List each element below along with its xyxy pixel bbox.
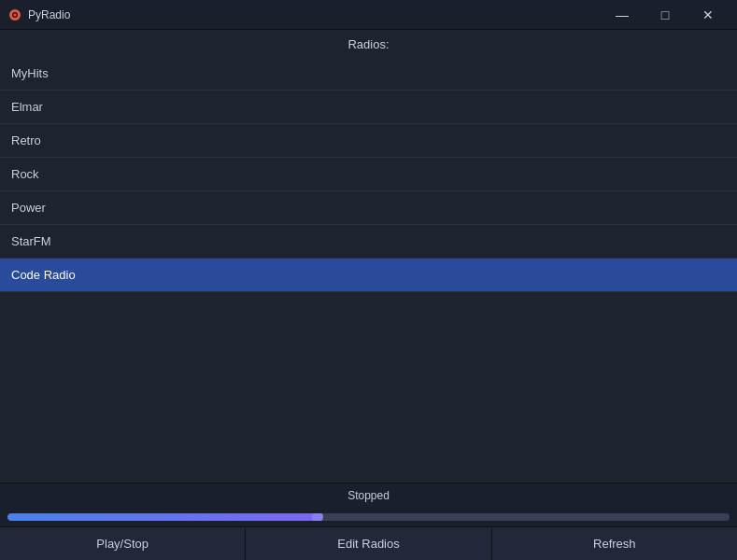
progress-bar-fill — [7, 513, 318, 521]
radio-item[interactable]: Retro — [0, 124, 737, 158]
app-icon — [7, 7, 22, 22]
svg-point-2 — [14, 13, 17, 16]
bottom-buttons: Play/Stop Edit Radios Refresh — [0, 526, 737, 560]
radio-item[interactable]: Power — [0, 191, 737, 225]
main-content: Radios: MyHitsElmarRetroRockPowerStarFMC… — [0, 30, 737, 560]
titlebar: PyRadio — □ ✕ — [0, 0, 737, 30]
radios-label: Radios: — [0, 30, 737, 57]
radio-list: MyHitsElmarRetroRockPowerStarFMCode Radi… — [0, 57, 737, 483]
refresh-button[interactable]: Refresh — [492, 527, 737, 560]
radio-item[interactable]: Elmar — [0, 91, 737, 124]
close-button[interactable]: ✕ — [687, 0, 730, 30]
status-bar: Stopped — [0, 483, 737, 508]
titlebar-controls: — □ ✕ — [601, 0, 730, 30]
radio-item[interactable]: Code Radio — [0, 259, 737, 292]
titlebar-title: PyRadio — [28, 8, 70, 21]
maximize-button[interactable]: □ — [644, 0, 687, 30]
minimize-button[interactable]: — — [601, 0, 644, 30]
progress-handle — [312, 513, 323, 521]
radio-item[interactable]: Rock — [0, 158, 737, 191]
play-stop-button[interactable]: Play/Stop — [0, 527, 246, 560]
progress-bar[interactable] — [7, 513, 730, 521]
radio-item[interactable]: MyHits — [0, 57, 737, 91]
status-text: Stopped — [347, 489, 390, 502]
edit-radios-button[interactable]: Edit Radios — [246, 527, 491, 560]
progress-container — [0, 508, 737, 526]
titlebar-left: PyRadio — [7, 7, 70, 22]
radio-item[interactable]: StarFM — [0, 225, 737, 259]
